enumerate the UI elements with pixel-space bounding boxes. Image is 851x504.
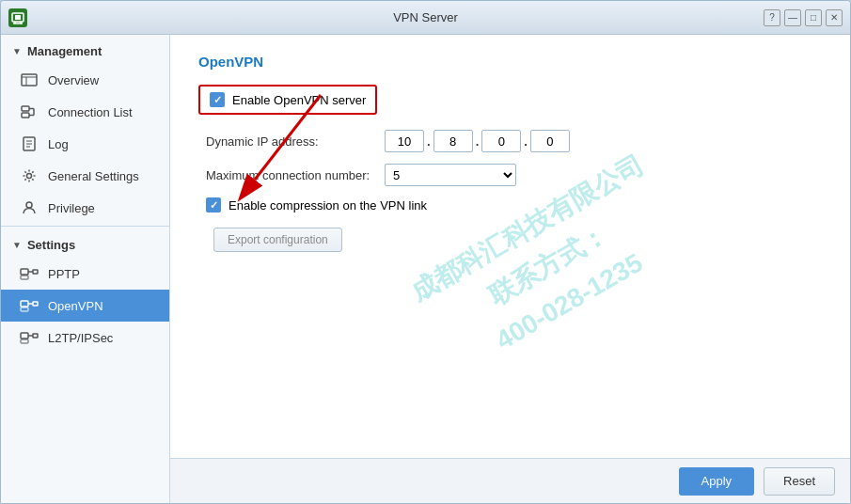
title-bar-left (8, 8, 27, 27)
overview-label: Overview (48, 73, 99, 87)
connection-icon (20, 104, 39, 119)
management-label: Management (27, 44, 102, 58)
enable-openvpn-row[interactable]: ✓ Enable OpenVPN server (198, 85, 377, 115)
svg-rect-24 (21, 307, 28, 311)
enable-openvpn-checkbox[interactable]: ✓ (210, 92, 225, 107)
maximize-button[interactable]: □ (805, 9, 822, 26)
sidebar-separator (1, 226, 169, 227)
enable-openvpn-label: Enable OpenVPN server (232, 93, 366, 107)
help-button[interactable]: ? (764, 9, 780, 26)
openvpn-icon (20, 298, 39, 313)
sidebar-item-overview[interactable]: Overview (1, 64, 169, 96)
l2tp-icon (20, 330, 39, 345)
privilege-label: Privilege (48, 201, 95, 215)
export-row: Export configuration (206, 224, 822, 252)
settings-grid: Dynamic IP address: . . . (206, 130, 822, 252)
settings-section-header[interactable]: ▼ Settings (1, 228, 169, 258)
ip-dot-3: . (523, 134, 528, 149)
openvpn-label: OpenVPN (48, 299, 103, 313)
person-icon (20, 200, 39, 215)
svg-rect-8 (22, 106, 29, 111)
svg-rect-22 (33, 270, 38, 274)
compression-label: Enable compression on the VPN link (229, 198, 427, 213)
pptp-icon (20, 266, 39, 281)
ip-inputs: . . . (385, 130, 570, 152)
ip-octet-2[interactable] (433, 130, 473, 152)
svg-rect-20 (21, 276, 28, 279)
sidebar-item-pptp[interactable]: PPTP (1, 258, 169, 290)
content-panel: OpenVPN ✓ Enable OpenVPN server Dynamic … (170, 35, 850, 503)
reset-button[interactable]: Reset (764, 467, 835, 496)
compression-row: ✓ Enable compression on the VPN link (206, 197, 822, 213)
ip-dot-2: . (475, 134, 481, 149)
ip-octet-4[interactable] (530, 130, 570, 152)
svg-point-17 (27, 174, 32, 179)
content-inner: OpenVPN ✓ Enable OpenVPN server Dynamic … (170, 35, 850, 458)
max-connection-row: Maximum connection number: 1 2 3 4 5 6 7… (206, 164, 822, 186)
minimize-button[interactable]: — (784, 9, 801, 26)
sidebar-item-l2tp[interactable]: L2TP/IPSec (1, 322, 169, 354)
svg-rect-9 (22, 113, 29, 118)
section-title: OpenVPN (198, 54, 822, 70)
sidebar-item-privilege[interactable]: Privilege (1, 192, 169, 224)
l2tp-label: L2TP/IPSec (48, 331, 113, 345)
window-title: VPN Server (393, 10, 458, 24)
svg-rect-30 (33, 334, 38, 338)
settings-chevron: ▼ (12, 240, 22, 250)
close-button[interactable]: ✕ (826, 9, 843, 26)
svg-rect-19 (21, 269, 28, 275)
connection-list-label: Connection List (48, 105, 133, 119)
app-icon (8, 8, 27, 27)
dynamic-ip-label: Dynamic IP address: (206, 134, 375, 149)
log-label: Log (48, 137, 69, 151)
overview-icon (20, 72, 39, 87)
ip-octet-3[interactable] (481, 130, 521, 152)
gear-icon (20, 168, 39, 183)
pptp-label: PPTP (48, 267, 80, 281)
dynamic-ip-row: Dynamic IP address: . . . (206, 130, 822, 152)
svg-rect-4 (15, 15, 21, 20)
export-config-button[interactable]: Export configuration (213, 228, 342, 252)
ip-octet-1[interactable] (385, 130, 424, 152)
checkmark-icon: ✓ (213, 95, 222, 105)
compression-checkmark-icon: ✓ (210, 200, 218, 211)
svg-rect-26 (33, 302, 38, 306)
svg-point-18 (26, 202, 32, 208)
management-section-header[interactable]: ▼ Management (1, 35, 169, 64)
sidebar-item-general-settings[interactable]: General Settings (1, 160, 169, 192)
sidebar-item-connection-list[interactable]: Connection List (1, 96, 169, 128)
title-bar: VPN Server ? — □ ✕ (1, 1, 850, 35)
settings-label: Settings (27, 238, 75, 252)
sidebar: ▼ Management Overview (1, 35, 170, 503)
log-icon (20, 136, 39, 151)
compression-checkbox[interactable]: ✓ (206, 197, 221, 213)
sidebar-item-openvpn[interactable]: OpenVPN (1, 290, 169, 322)
vpn-server-window: VPN Server ? — □ ✕ ▼ Management (0, 0, 851, 504)
svg-rect-27 (21, 333, 28, 339)
max-connection-select[interactable]: 1 2 3 4 5 6 7 8 (385, 164, 516, 186)
svg-rect-5 (22, 74, 37, 86)
max-connection-label: Maximum connection number: (206, 168, 375, 182)
apply-button[interactable]: Apply (679, 467, 755, 496)
main-area: ▼ Management Overview (1, 35, 850, 503)
svg-rect-28 (21, 339, 28, 343)
window-controls: ? — □ ✕ (764, 9, 843, 26)
ip-dot-1: . (426, 134, 432, 149)
general-settings-label: General Settings (48, 169, 139, 183)
svg-rect-23 (21, 301, 28, 307)
sidebar-item-log[interactable]: Log (1, 128, 169, 160)
footer: Apply Reset (170, 458, 850, 503)
management-chevron: ▼ (12, 46, 22, 56)
compression-checkbox-container[interactable]: ✓ Enable compression on the VPN link (206, 197, 427, 213)
